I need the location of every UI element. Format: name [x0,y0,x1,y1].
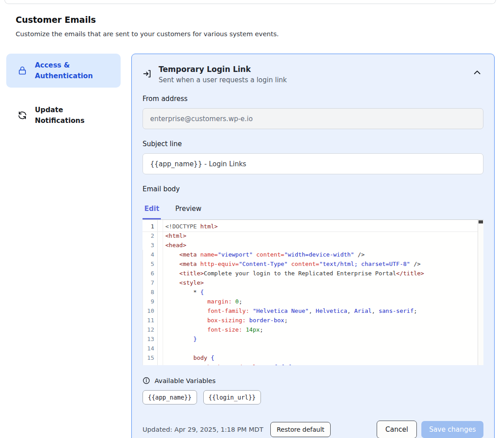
active-line-underline [143,232,483,232]
line-number: 10 [143,306,157,316]
subject-line-label: Subject line [143,140,483,148]
line-number: 6 [143,269,157,278]
lock-icon [17,65,28,76]
variable-chips: {{app_name}}{{login_url}} [143,390,483,404]
line-number: 12 [143,325,157,334]
editor-code[interactable]: <!DOCTYPE html><html><head> <meta name="… [163,220,483,365]
line-number: 13 [143,334,157,344]
save-changes-button[interactable]: Save changes [421,421,483,438]
code-line: * { [165,287,483,297]
panel-header: Temporary Login Link Sent when a user re… [143,65,483,84]
code-line: margin: 0; [165,297,483,306]
from-address-label: From address [143,95,483,103]
available-variables-header: Available Variables [143,377,483,384]
code-line: <meta http-equiv="Content-Type" content=… [165,259,483,269]
login-icon [143,69,152,79]
from-address-input[interactable] [143,108,483,129]
code-line: box-sizing: border-box; [165,316,483,325]
updated-timestamp: Updated: Apr 29, 2025, 1:18 PM MDT [143,426,263,433]
editor-gutter: 12345678910111213141516 [143,220,158,365]
code-line: <html> [165,231,483,240]
code-line [165,344,483,353]
tab-preview[interactable]: Preview [173,202,203,219]
line-number: 7 [143,278,157,287]
sidebar-item-label: Access & Authentication [35,60,113,81]
available-variables-label: Available Variables [155,377,216,384]
chevron-up-icon [474,70,481,75]
code-line: <meta name="viewport" content="width=dev… [165,250,483,259]
collapse-button[interactable] [471,67,483,77]
code-line: <style> [165,278,483,287]
code-line: background-color: #f9f9f9; [165,362,483,365]
email-body-tabs: Edit Preview [143,202,483,219]
line-number: 5 [143,259,157,269]
line-number: 15 [143,353,157,362]
editor-fold-gutter [158,220,163,365]
info-icon [143,377,150,384]
editor-vertical-scrollbar[interactable] [478,220,483,365]
variable-chip[interactable]: {{app_name}} [143,390,197,404]
panel-title: Temporary Login Link [159,65,465,74]
tab-edit[interactable]: Edit [143,202,161,219]
code-line: } [165,334,483,344]
line-number: 3 [143,240,157,250]
refresh-icon [17,110,28,121]
code-line: font-size: 14px; [165,325,483,334]
cancel-button[interactable]: Cancel [377,421,417,438]
indent-guide [143,287,143,365]
sidebar-item-access-authentication[interactable]: Access & Authentication [6,54,121,88]
panel-subtitle: Sent when a user requests a login link [159,76,465,84]
page-subtitle: Customize the emails that are sent to yo… [16,30,504,38]
line-number: 2 [143,231,157,240]
temporary-login-link-panel: Temporary Login Link Sent when a user re… [131,54,495,438]
code-line: <title>Complete your login to the Replic… [165,269,483,278]
code-line: body { [165,353,483,362]
panel-titles: Temporary Login Link Sent when a user re… [159,65,465,84]
code-line: <!DOCTYPE html> [165,222,483,231]
code-editor[interactable]: 12345678910111213141516 <!DOCTYPE html><… [143,219,483,365]
sidebar: Access & Authentication Update Notificat… [6,54,121,132]
line-number: 9 [143,297,157,306]
line-number: 1 [143,222,157,231]
subject-line-input[interactable] [143,153,483,174]
card-above-bottom-edge [4,0,496,4]
panel-footer: Updated: Apr 29, 2025, 1:18 PM MDT Resto… [143,421,483,438]
line-number: 4 [143,250,157,259]
scrollbar-thumb[interactable] [479,220,483,223]
sidebar-item-update-notifications[interactable]: Update Notifications [6,98,121,132]
line-number: 8 [143,287,157,297]
line-number: 16 [143,362,157,365]
sidebar-item-label: Update Notifications [35,105,113,126]
line-number: 11 [143,316,157,325]
email-body-label: Email body [143,185,483,193]
variable-chip[interactable]: {{login_url}} [203,390,261,404]
code-line: font-family: "Helvetica Neue", Helvetica… [165,306,483,316]
restore-default-button[interactable]: Restore default [270,422,331,437]
content-layout: Access & Authentication Update Notificat… [6,54,495,438]
code-line: <head> [165,240,483,250]
line-number: 14 [143,344,157,353]
page-title: Customer Emails [16,15,504,25]
